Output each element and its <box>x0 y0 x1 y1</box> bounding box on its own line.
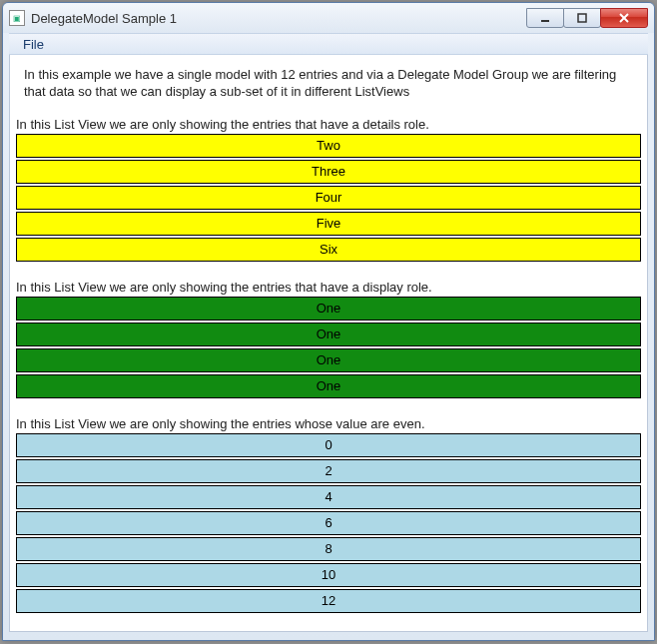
titlebar[interactable]: ▣ DelegateModel Sample 1 <box>3 3 654 33</box>
list-item[interactable]: 8 <box>16 537 641 561</box>
application-window: ▣ DelegateModel Sample 1 File In this ex… <box>2 2 655 641</box>
close-button[interactable] <box>600 8 648 28</box>
list-item[interactable]: Two <box>16 134 641 158</box>
list-item[interactable]: One <box>16 374 641 398</box>
svg-rect-1 <box>578 14 586 22</box>
section3-label: In this List View we are only showing th… <box>16 416 641 431</box>
list-item[interactable]: Six <box>16 238 641 262</box>
minimize-button[interactable] <box>526 8 564 28</box>
intro-text: In this example we have a single model w… <box>16 67 641 117</box>
list-item[interactable]: 0 <box>16 433 641 457</box>
list-item[interactable]: Four <box>16 186 641 210</box>
listview-even[interactable]: 0 2 4 6 8 10 12 <box>16 433 641 613</box>
window-controls <box>527 8 648 28</box>
list-item[interactable]: Three <box>16 160 641 184</box>
maximize-button[interactable] <box>563 8 601 28</box>
list-item[interactable]: 6 <box>16 511 641 535</box>
list-item[interactable]: One <box>16 348 641 372</box>
window-title: DelegateModel Sample 1 <box>31 11 527 26</box>
list-item[interactable]: Five <box>16 212 641 236</box>
section1-label: In this List View we are only showing th… <box>16 117 641 132</box>
list-item[interactable]: 2 <box>16 459 641 483</box>
menu-file[interactable]: File <box>17 35 50 54</box>
client-area: In this example we have a single model w… <box>9 55 648 632</box>
menubar: File <box>9 33 648 55</box>
list-item[interactable]: 10 <box>16 563 641 587</box>
listview-display[interactable]: One One One One <box>16 297 641 398</box>
list-item[interactable]: 12 <box>16 589 641 613</box>
list-item[interactable]: 4 <box>16 485 641 509</box>
list-item[interactable]: One <box>16 297 641 321</box>
section2-label: In this List View we are only showing th… <box>16 280 641 295</box>
list-item[interactable]: One <box>16 322 641 346</box>
app-icon: ▣ <box>9 10 25 26</box>
listview-details[interactable]: Two Three Four Five Six <box>16 134 641 262</box>
